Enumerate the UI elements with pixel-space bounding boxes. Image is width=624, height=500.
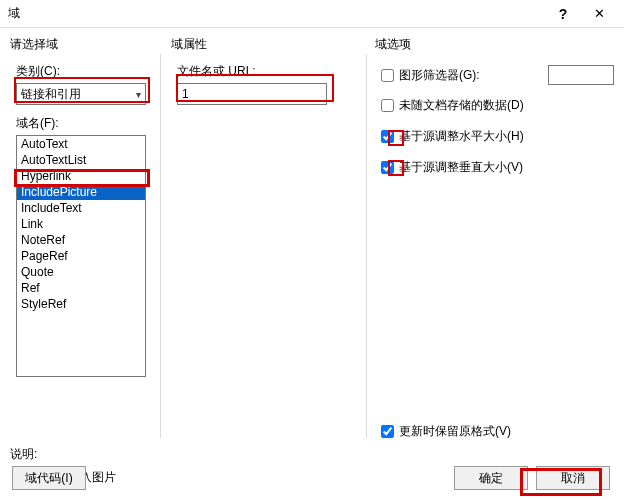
list-item[interactable]: Hyperlink [17, 168, 145, 184]
option-checkbox[interactable] [381, 130, 394, 143]
list-item[interactable]: AutoTextList [17, 152, 145, 168]
cancel-button[interactable]: 取消 [536, 466, 610, 490]
mid-section-title: 域属性 [171, 36, 366, 53]
list-item[interactable]: AutoText [17, 136, 145, 152]
list-item[interactable]: Ref [17, 280, 145, 296]
fieldnames-listbox[interactable]: AutoTextAutoTextListHyperlinkIncludePict… [16, 135, 146, 377]
ok-button[interactable]: 确定 [454, 466, 528, 490]
right-section-title: 域选项 [375, 36, 614, 53]
fieldnames-label: 域名(F): [16, 115, 160, 132]
option-label: 图形筛选器(G): [399, 67, 480, 84]
category-select[interactable]: 链接和引用 ▾ [16, 83, 146, 105]
field-codes-button[interactable]: 域代码(I) [12, 466, 86, 490]
help-button[interactable]: ? [548, 1, 578, 27]
option-checkbox[interactable] [381, 161, 394, 174]
preserve-format-label: 更新时保留原格式(V) [399, 423, 511, 440]
close-button[interactable]: ✕ [578, 1, 620, 27]
list-item[interactable]: NoteRef [17, 232, 145, 248]
list-item[interactable]: IncludeText [17, 200, 145, 216]
option-label: 基于源调整水平大小(H) [399, 128, 524, 145]
preserve-format-checkbox[interactable] [381, 425, 394, 438]
category-label: 类别(C): [16, 63, 160, 80]
chevron-down-icon: ▾ [136, 89, 141, 100]
list-item[interactable]: Link [17, 216, 145, 232]
divider [160, 54, 161, 438]
graphic-filter-input[interactable] [548, 65, 614, 85]
dialog-title: 域 [8, 5, 20, 22]
divider [366, 54, 367, 438]
left-section-title: 请选择域 [10, 36, 160, 53]
list-item[interactable]: Quote [17, 264, 145, 280]
option-checkbox[interactable] [381, 69, 394, 82]
category-value: 链接和引用 [21, 86, 81, 103]
filename-label: 文件名或 URL: [177, 63, 366, 80]
option-label: 未随文档存储的数据(D) [399, 97, 524, 114]
option-label: 基于源调整垂直大小(V) [399, 159, 523, 176]
list-item[interactable]: StyleRef [17, 296, 145, 312]
list-item[interactable]: IncludePicture [17, 184, 145, 200]
filename-input[interactable] [177, 83, 327, 105]
description-label: 说明: [10, 446, 614, 463]
option-checkbox[interactable] [381, 99, 394, 112]
list-item[interactable]: PageRef [17, 248, 145, 264]
